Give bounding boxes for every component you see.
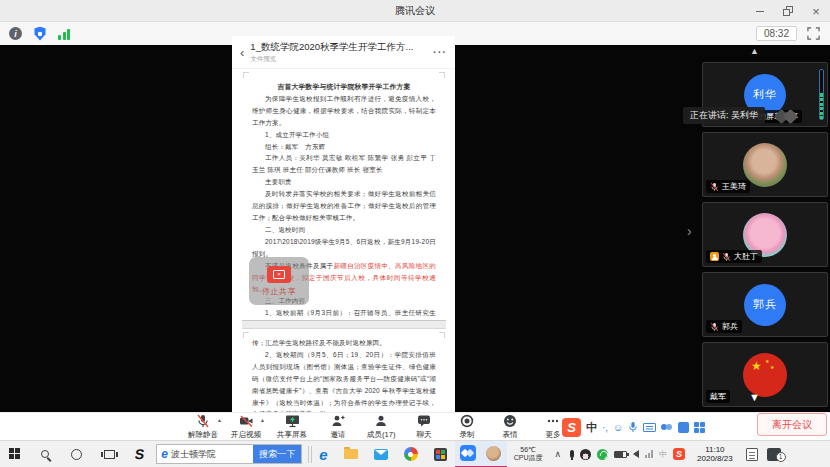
tray-security-icon[interactable] bbox=[597, 449, 608, 460]
store-icon bbox=[434, 448, 447, 461]
chat-bubble-icon bbox=[417, 414, 431, 428]
store-app-button[interactable] bbox=[426, 441, 455, 467]
sogou-logo-icon[interactable]: S bbox=[562, 418, 581, 437]
tray-expand-icon[interactable]: ∧ bbox=[554, 449, 561, 459]
taskbar-clock[interactable]: 11:10 2020/8/23 bbox=[697, 445, 733, 464]
avatar: 郭兵 bbox=[744, 284, 786, 326]
meeting-logo-watermark bbox=[776, 109, 802, 125]
restore-button[interactable] bbox=[774, 0, 802, 22]
participant-name-label: 戴军 bbox=[706, 390, 730, 403]
meeting-toolbar: 解除静音 ▲ 开启视频 ▲ 共享屏幕 邀请 成员(17) 聊天 录制 bbox=[0, 412, 830, 440]
voice-input-icon[interactable] bbox=[628, 421, 638, 433]
emoji-button[interactable]: 表情 bbox=[490, 414, 530, 440]
wardrobe-icon[interactable] bbox=[678, 422, 689, 433]
security-shield-icon[interactable] bbox=[34, 27, 46, 41]
tray-qq-icon[interactable] bbox=[580, 449, 591, 460]
windows-logo-icon bbox=[9, 448, 21, 460]
punctuation-icon[interactable]: ·, bbox=[602, 422, 608, 433]
doc-paragraph: 二、返校时间 bbox=[252, 224, 436, 236]
participant-name-label: 大肚丁 bbox=[706, 250, 762, 263]
doc-paragraph: 工作人员：吴利华 莫宏敏 欧祖军 陈繁学 张勇 彭立平 丁玉兰 陈琪 班主任 部… bbox=[252, 152, 436, 176]
messenger-app-button[interactable] bbox=[481, 441, 507, 467]
participant-tile[interactable]: ★ ★ ★ 戴军 bbox=[702, 342, 828, 407]
edge-app-button[interactable]: e bbox=[311, 441, 335, 467]
mail-app-button[interactable] bbox=[366, 441, 396, 467]
taskbar-divider bbox=[308, 446, 309, 463]
user-avatar-icon bbox=[486, 446, 501, 461]
video-options-caret-icon[interactable]: ▲ bbox=[260, 417, 265, 423]
file-explorer-button[interactable] bbox=[336, 441, 366, 467]
participant-tile[interactable]: 郭兵 郭兵 bbox=[702, 272, 828, 337]
document-title: 1_数统学院2020秋季学生开学工作方... bbox=[250, 41, 433, 54]
cpu-temperature-widget[interactable]: 56℃ CPU温度 bbox=[514, 446, 543, 463]
participant-tile[interactable]: 大肚丁 bbox=[702, 202, 828, 267]
back-icon[interactable]: ‹ bbox=[240, 45, 244, 60]
search-input-text[interactable]: 波士顿学院 bbox=[171, 448, 253, 461]
document-more-icon[interactable]: ··· bbox=[433, 46, 447, 58]
search-go-button[interactable]: 搜索一下 bbox=[253, 444, 301, 464]
network-icon[interactable] bbox=[645, 450, 653, 458]
start-button[interactable] bbox=[0, 441, 30, 467]
skin-people-icon[interactable] bbox=[661, 422, 673, 432]
mic-options-caret-icon[interactable]: ▲ bbox=[217, 417, 222, 423]
stop-share-label: 停止共享 bbox=[262, 286, 296, 297]
close-button[interactable]: × bbox=[802, 0, 830, 22]
keyboard-icon[interactable] bbox=[643, 423, 656, 432]
battery-icon[interactable] bbox=[614, 451, 627, 458]
task-view-button[interactable] bbox=[93, 441, 126, 467]
mic-muted-icon bbox=[196, 414, 210, 428]
cpu-temp-value: 56℃ bbox=[514, 446, 543, 455]
participants-scroll-up-icon[interactable]: ▲ bbox=[750, 46, 759, 56]
leave-meeting-button[interactable]: 离开会议 bbox=[757, 413, 827, 436]
browser-pinwheel-icon bbox=[404, 447, 418, 461]
audio-level-indicator bbox=[819, 69, 824, 120]
mic-muted-icon bbox=[722, 252, 731, 262]
document-preview-panel: ‹ 1_数统学院2020秋季学生开学工作方... 文件预览 ··· 吉首大学数学… bbox=[232, 36, 455, 412]
action-center-icon[interactable]: 1 bbox=[767, 448, 781, 461]
document-page-2: 传；汇总学生返校路径及不能及时返校原因。 2、返校期间（9月5、6日；19、20… bbox=[242, 329, 446, 412]
invite-button[interactable]: 邀请 bbox=[318, 414, 358, 440]
browser-app-button[interactable] bbox=[396, 441, 426, 467]
pinned-app-button[interactable]: S bbox=[126, 441, 152, 467]
pinned-app-icon: S bbox=[134, 446, 145, 462]
doc-paragraph: 1、返校前期（9月3日前）：召开辅导员、班主任研究生秘书视频会传达开学相关精神；… bbox=[252, 307, 436, 320]
input-mode-indicator[interactable]: 中 bbox=[586, 420, 597, 435]
speaker-icon[interactable] bbox=[633, 450, 639, 458]
taskbar-search-box[interactable]: e 波士顿学院 搜索一下 bbox=[156, 444, 302, 464]
minimize-icon bbox=[756, 11, 764, 12]
stop-share-popup[interactable]: × 停止共享 bbox=[249, 257, 309, 305]
tray-mic-icon[interactable] bbox=[570, 450, 574, 458]
cortana-button[interactable] bbox=[60, 441, 93, 467]
notification-badge: 1 bbox=[776, 452, 786, 462]
meeting-info-icon[interactable]: i bbox=[9, 27, 22, 40]
fullscreen-icon[interactable] bbox=[807, 27, 820, 40]
start-video-button[interactable]: 开启视频 ▲ bbox=[226, 414, 266, 440]
doc-paragraph: 1、成立开学工作小组 bbox=[252, 129, 436, 141]
tencent-meeting-app-button[interactable] bbox=[455, 441, 481, 467]
participant-tile[interactable]: 王美琦 bbox=[702, 132, 828, 197]
chat-button[interactable]: 聊天 bbox=[404, 414, 444, 440]
share-screen-button[interactable]: 共享屏幕 bbox=[269, 414, 315, 440]
restore-icon bbox=[783, 6, 793, 16]
record-icon bbox=[460, 414, 474, 428]
input-language-icon[interactable]: 中 bbox=[659, 449, 667, 460]
sidebar-collapse-icon[interactable]: › bbox=[687, 223, 692, 239]
doc-paragraph: 为保障学生返校报到工作顺利有序进行，避免疫情入校，维护师生身心健康，根据学校要求… bbox=[252, 93, 436, 129]
toolbox-grid-icon[interactable] bbox=[694, 422, 705, 433]
shared-screen-area: ‹ 1_数统学院2020秋季学生开学工作方... 文件预览 ··· 吉首大学数学… bbox=[0, 45, 830, 412]
notes-tray-icon[interactable] bbox=[746, 448, 758, 461]
record-button[interactable]: 录制 bbox=[447, 414, 487, 440]
window-titlebar: 腾讯会议 × bbox=[0, 0, 830, 22]
members-button[interactable]: 成员(17) bbox=[361, 414, 401, 440]
unmute-button[interactable]: 解除静音 ▲ bbox=[183, 414, 223, 440]
network-signal-icon bbox=[58, 28, 70, 40]
doc-title-line: 吉首大学数学与统计学院秋季开学工作方案 bbox=[252, 81, 436, 93]
mic-muted-icon bbox=[710, 322, 719, 332]
minimize-button[interactable] bbox=[746, 0, 774, 22]
participant-name-label: 王美琦 bbox=[706, 180, 750, 193]
participants-scroll-down-icon[interactable]: ▼ bbox=[749, 391, 760, 403]
taskbar-search-button[interactable] bbox=[30, 441, 60, 467]
emoji-picker-icon[interactable]: ☺ bbox=[613, 422, 623, 433]
tray-sogou-icon[interactable]: S bbox=[673, 448, 685, 460]
doc-paragraph: 主要职责 bbox=[252, 176, 436, 188]
